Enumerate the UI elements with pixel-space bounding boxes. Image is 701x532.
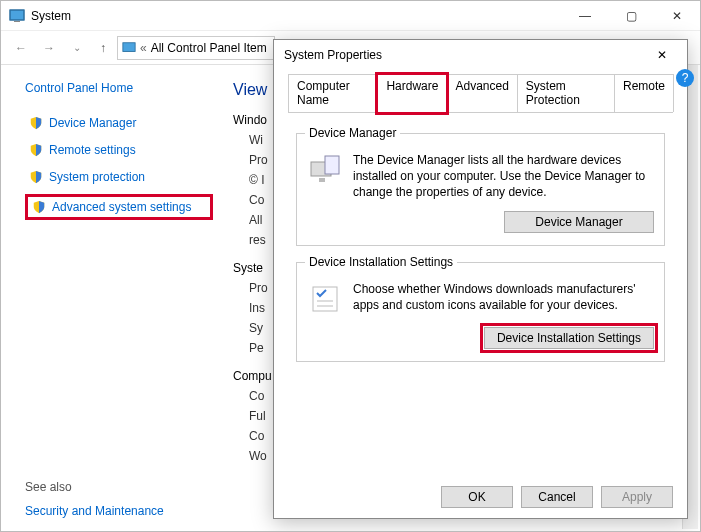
address-text: All Control Panel Item	[151, 41, 267, 55]
shield-icon	[29, 170, 43, 184]
window-controls: — ▢ ✕	[562, 1, 700, 31]
dialog-footer: OK Cancel Apply	[441, 486, 673, 508]
security-maintenance-link[interactable]: Security and Maintenance	[25, 504, 213, 518]
svg-rect-0	[10, 10, 24, 20]
device-manager-button[interactable]: Device Manager	[504, 211, 654, 233]
apply-button[interactable]: Apply	[601, 486, 673, 508]
sidebar-item-advanced-system-settings[interactable]: Advanced system settings	[25, 194, 213, 220]
sidebar-item-device-manager[interactable]: Device Manager	[25, 113, 213, 133]
control-panel-home-link[interactable]: Control Panel Home	[25, 81, 213, 95]
ok-button[interactable]: OK	[441, 486, 513, 508]
recent-button[interactable]: ⌄	[65, 36, 89, 60]
address-bar[interactable]: « All Control Panel Item	[117, 36, 275, 60]
sidebar-item-label: Remote settings	[49, 143, 136, 157]
group-device-installation-settings: Device Installation Settings Choose whet…	[296, 262, 665, 362]
dialog-body: Computer Name Hardware Advanced System P…	[274, 70, 687, 518]
dialog-title: System Properties	[284, 48, 647, 62]
maximize-button[interactable]: ▢	[608, 1, 654, 31]
svg-rect-2	[14, 21, 20, 22]
settings-list-icon	[307, 281, 343, 317]
system-icon	[122, 41, 136, 55]
tab-content-hardware: Device Manager The Device Manager lists …	[282, 113, 679, 388]
shield-icon	[29, 116, 43, 130]
tab-computer-name[interactable]: Computer Name	[288, 74, 378, 112]
see-also-label: See also	[25, 480, 213, 494]
tab-hardware[interactable]: Hardware	[377, 74, 447, 113]
forward-button[interactable]: →	[37, 36, 61, 60]
back-button[interactable]: ←	[9, 36, 33, 60]
minimize-button[interactable]: —	[562, 1, 608, 31]
dialog-titlebar: System Properties ✕	[274, 40, 687, 70]
system-icon	[9, 8, 25, 24]
address-chevron: «	[140, 41, 147, 55]
window-titlebar: System — ▢ ✕	[1, 1, 700, 31]
cancel-button[interactable]: Cancel	[521, 486, 593, 508]
sidebar-item-label: Advanced system settings	[52, 200, 191, 214]
device-installation-settings-button[interactable]: Device Installation Settings	[484, 327, 654, 349]
svg-rect-5	[325, 156, 339, 174]
svg-rect-6	[319, 178, 325, 182]
shield-icon	[29, 143, 43, 157]
shield-icon	[32, 200, 46, 214]
window-title: System	[31, 9, 562, 23]
group-title: Device Manager	[305, 126, 400, 140]
sidebar-item-remote-settings[interactable]: Remote settings	[25, 140, 213, 160]
group-title: Device Installation Settings	[305, 255, 457, 269]
device-manager-icon	[307, 152, 343, 188]
help-icon[interactable]: ?	[676, 69, 694, 87]
tab-remote[interactable]: Remote	[614, 74, 674, 112]
dialog-tabstrip: Computer Name Hardware Advanced System P…	[288, 74, 673, 113]
sidebar-item-label: Device Manager	[49, 116, 136, 130]
sidebar: Control Panel Home Device Manager Remote…	[1, 65, 221, 531]
sidebar-item-system-protection[interactable]: System protection	[25, 167, 213, 187]
tab-advanced[interactable]: Advanced	[446, 74, 517, 112]
svg-rect-3	[123, 42, 135, 51]
dialog-close-button[interactable]: ✕	[647, 40, 677, 70]
close-button[interactable]: ✕	[654, 1, 700, 31]
group-text: The Device Manager lists all the hardwar…	[353, 152, 654, 201]
group-text: Choose whether Windows downloads manufac…	[353, 281, 654, 313]
up-button[interactable]: ↑	[93, 38, 113, 58]
sidebar-item-label: System protection	[49, 170, 145, 184]
tab-system-protection[interactable]: System Protection	[517, 74, 615, 112]
system-properties-dialog: System Properties ✕ Computer Name Hardwa…	[273, 39, 688, 519]
group-device-manager: Device Manager The Device Manager lists …	[296, 133, 665, 246]
